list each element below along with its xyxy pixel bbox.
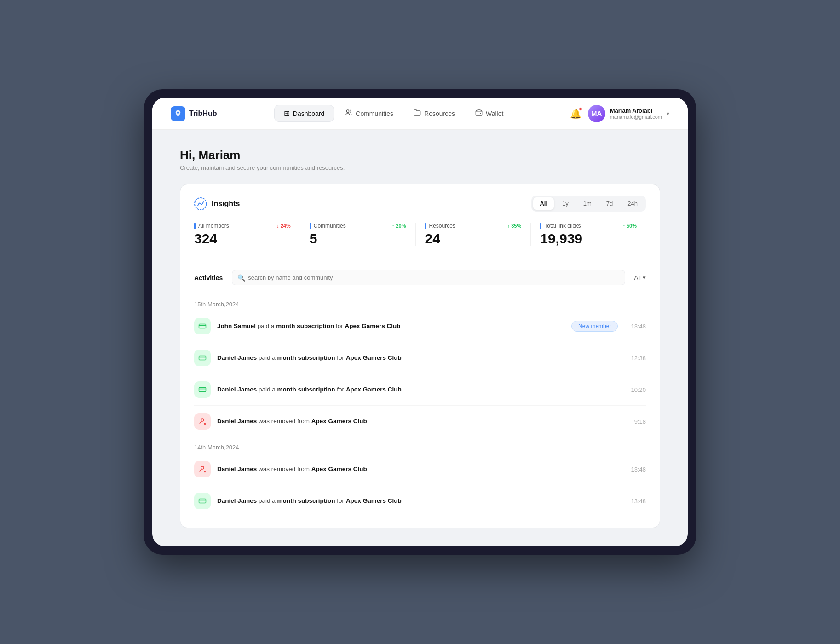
activity-time: 13:48 [631,323,646,330]
payment-icon [194,350,211,366]
chevron-down-icon: ▾ [667,110,669,117]
stat-value: 324 [194,232,291,246]
svg-rect-5 [199,324,206,328]
dashboard-icon: ⊞ [284,109,290,118]
stat-change: 35% [507,223,522,229]
screen: TribHub ⊞ Dashboard Communities [152,98,688,546]
chevron-down-icon: ▾ [643,274,646,281]
arrow-up-icon [622,223,625,229]
svg-rect-6 [199,356,206,360]
stats-row: All members 24% 324 Communities [194,223,646,246]
filter-1y[interactable]: 1y [556,197,575,210]
stat-label-row: All members 24% [194,223,291,229]
nav-communities[interactable]: Communities [336,105,403,122]
svg-point-1 [347,110,349,112]
date-group-2: 14th March,2024 [194,437,646,454]
insights-icon [194,197,207,210]
user-info[interactable]: MA Mariam Afolabi mariamafo@gmail.com ▾ [588,105,669,122]
nav-wallet[interactable]: Wallet [466,105,512,122]
nav-resources[interactable]: Resources [404,105,464,122]
main-content: Hi, Mariam Create, maintain and secure y… [152,130,688,546]
removal-icon [194,413,211,430]
filter-24h[interactable]: 24h [621,197,644,210]
stat-bar [425,223,426,229]
nav-dashboard[interactable]: ⊞ Dashboard [274,105,334,122]
wallet-icon [475,109,483,118]
removal-icon [194,461,211,477]
payment-icon [194,381,211,398]
stat-value: 19,939 [540,232,637,246]
stat-label: All members [198,223,229,229]
new-member-badge: New member [571,321,618,332]
logo-area: TribHub [171,106,217,121]
activity-time: 13:48 [631,466,646,473]
stat-label-row: Resources 35% [425,223,522,229]
stat-link-clicks: Total link clicks 50% 19,939 [540,223,646,246]
arrow-down-icon [276,223,279,229]
stat-value: 24 [425,232,522,246]
insights-title: Insights [212,200,240,208]
stat-label-row: Communities 20% [310,223,406,229]
date-group-1: 15th March,2024 [194,294,646,310]
user-name: Mariam Afolabi [610,107,662,114]
arrow-up-icon [392,223,395,229]
stat-bar [310,223,311,229]
navbar: TribHub ⊞ Dashboard Communities [152,98,688,130]
stat-all-members: All members 24% 324 [194,223,300,246]
activity-row: Daniel James paid a month subscription f… [194,485,646,517]
insights-header: Insights All 1y 1m 7d 24h [194,196,646,212]
activities-section: Activities 🔍 All ▾ 15th March,2024 [194,270,646,517]
stat-value: 5 [310,232,406,246]
stat-communities: Communities 20% 5 [310,223,416,246]
filter-7d[interactable]: 7d [600,197,619,210]
stat-bar [194,223,196,229]
stat-change: 24% [276,223,291,229]
payment-icon [194,493,211,509]
activity-text: Daniel James was removed from Apex Gamer… [217,465,624,474]
user-text: Mariam Afolabi mariamafo@gmail.com [610,107,662,120]
logo-text: TribHub [189,109,217,118]
user-email: mariamafo@gmail.com [610,114,662,120]
search-wrap: 🔍 [232,270,625,285]
user-area: 🔔 MA Mariam Afolabi mariamafo@gmail.com … [570,105,669,122]
payment-icon [194,318,211,334]
stat-label-row: Total link clicks 50% [540,223,637,229]
activity-text: Daniel James was removed from Apex Gamer… [217,417,628,426]
activity-row: Daniel James paid a month subscription f… [194,374,646,406]
activity-row: Daniel James was removed from Apex Gamer… [194,454,646,485]
nav-links: ⊞ Dashboard Communities Resources [274,105,513,122]
filter-all[interactable]: All [533,197,554,210]
search-input[interactable] [232,270,625,285]
page-greeting: Hi, Mariam [180,148,660,162]
activity-time: 13:48 [631,498,646,505]
stat-change: 20% [392,223,406,229]
stat-label: Total link clicks [544,223,581,229]
filter-dropdown[interactable]: All ▾ [634,274,646,281]
insights-title-row: Insights [194,197,240,210]
activity-text: Daniel James paid a month subscription f… [217,354,624,362]
stat-change: 50% [622,223,637,229]
svg-rect-14 [199,499,206,503]
notification-bell[interactable]: 🔔 [570,108,581,119]
activity-text: Daniel James paid a month subscription f… [217,497,624,506]
activity-time: 9:18 [634,418,646,425]
communities-icon [345,109,352,118]
stat-label: Resources [429,223,455,229]
activity-text: John Samuel paid a month subscription fo… [217,322,565,331]
stat-resources: Resources 35% 24 [425,223,531,246]
search-icon: 🔍 [237,274,245,282]
stat-bar [540,223,541,229]
activity-time: 12:38 [631,355,646,362]
activity-row: Daniel James paid a month subscription f… [194,342,646,374]
activity-time: 10:20 [631,386,646,393]
arrow-up-icon [507,223,510,229]
page-subtitle: Create, maintain and secure your communi… [180,164,660,171]
activity-row: John Samuel paid a month subscription fo… [194,310,646,342]
activity-row: Daniel James was removed from Apex Gamer… [194,406,646,437]
filter-1m[interactable]: 1m [577,197,598,210]
svg-point-11 [201,466,204,469]
stat-label: Communities [314,223,346,229]
notification-dot [579,107,582,111]
svg-point-3 [480,113,481,113]
activities-header: Activities 🔍 All ▾ [194,270,646,285]
